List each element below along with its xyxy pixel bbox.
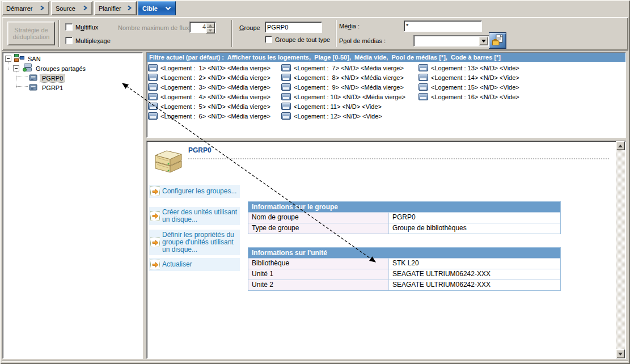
tree-node-san[interactable]: SAN — [5, 54, 43, 63]
tape-drive-icon — [29, 83, 38, 92]
application-window: Démarrer Source Planifier Cible Stratégi… — [0, 0, 630, 364]
details-panel: PGRP0 Configurer les groupes... Créer de… — [146, 141, 626, 359]
slot-item[interactable]: <Logement : 5> <N/D> <Média vierge> — [148, 102, 270, 111]
table-row: Nom de groupe PGRP0 — [248, 212, 560, 223]
tape-cartridge-icon — [418, 64, 428, 71]
view-media-button[interactable] — [489, 32, 506, 49]
link-label: Créer des unités utilisant un disque... — [162, 209, 239, 223]
tape-cartridge-icon — [281, 64, 291, 71]
slots-panel: Filtre actuel (par défaut) : Afficher to… — [146, 52, 626, 138]
tab-demarrer[interactable]: Démarrer — [2, 1, 49, 15]
tape-cartridge-icon — [148, 74, 158, 81]
tab-label: Cible — [142, 5, 158, 12]
slot-item[interactable]: <Logement : 13> <N/D> <Vide> — [418, 64, 519, 72]
tab-source[interactable]: Source — [51, 1, 92, 15]
media-document-icon — [492, 34, 504, 48]
groupe-tout-type-label: Groupe de tout type — [275, 36, 330, 43]
media-input[interactable] — [404, 20, 482, 32]
slot-label: <Logement : 7> <N/D> <Média vierge> — [294, 65, 404, 71]
tape-cartridge-icon — [148, 64, 158, 71]
tab-label: Source — [56, 5, 75, 12]
combo-dropdown-button[interactable] — [479, 36, 488, 45]
collapse-expander-icon[interactable] — [13, 65, 19, 71]
slot-label: <Logement : 5> <N/D> <Média vierge> — [160, 103, 270, 110]
slot-item[interactable]: <Logement : 9> <N/D> <Média vierge> — [281, 83, 404, 91]
groupe-input[interactable] — [265, 22, 322, 33]
slot-label: <Logement : 4> <N/D> <Média vierge> — [160, 94, 270, 100]
slot-item[interactable]: <Logement : 3> <N/D> <Média vierge> — [148, 83, 270, 91]
slot-item[interactable]: <Logement : 12> <N/D> <Vide> — [281, 112, 382, 120]
details-scrollbar[interactable] — [616, 141, 625, 358]
link-creer-unites[interactable]: Créer des unités utilisant un disque... — [149, 207, 240, 225]
slot-item[interactable]: <Logement : 10> <N/D> <Média vierge> — [281, 92, 405, 101]
link-definir-proprietes[interactable]: Définir les propriétés du groupe d'unité… — [149, 230, 240, 255]
tree-node-pgrp0[interactable]: PGRP0 — [29, 74, 65, 82]
row-value: SEAGATE ULTRIUM06242-XXX — [389, 280, 560, 290]
tape-cartridge-icon — [281, 83, 291, 91]
scroll-down-button[interactable] — [616, 349, 625, 358]
tree-node-groupes-partages[interactable]: Groupes partagés — [13, 64, 87, 73]
multiflux-checkbox[interactable] — [65, 23, 73, 31]
spinner-down-button[interactable] — [206, 28, 215, 33]
slot-item[interactable]: <Logement : 8> <N/D> <Média vierge> — [281, 73, 404, 82]
groupe-tout-type-checkbox[interactable] — [265, 36, 272, 43]
slot-label: <Logement : 6> <N/D> <Média vierge> — [160, 113, 270, 120]
link-label: Configurer les groupes... — [162, 188, 236, 195]
toolbar-separator — [58, 20, 60, 47]
max-flux-label: Nombre maximum de flux — [118, 24, 189, 31]
pool-medias-label: Pool de médias : — [339, 37, 386, 44]
slot-item[interactable]: <Logement : 6> <N/D> <Média vierge> — [148, 112, 270, 120]
shared-groups-icon — [22, 64, 32, 73]
slot-item[interactable]: <Logement : 11> <N/D> <Vide> — [281, 102, 382, 111]
multiplexage-checkbox[interactable] — [65, 37, 73, 44]
slot-item[interactable]: <Logement : 16> <N/D> <Vide> — [418, 92, 519, 101]
slot-label: <Logement : 11> <N/D> <Vide> — [294, 103, 382, 110]
dedup-strategy-button[interactable]: Stratégie de déduplication — [7, 22, 55, 45]
tree-node-label: PGRP0 — [40, 74, 65, 82]
scroll-up-button[interactable] — [616, 141, 625, 150]
filter-bar: Filtre actuel (par défaut) : Afficher to… — [147, 53, 625, 62]
slot-label: <Logement : 8> <N/D> <Média vierge> — [294, 74, 404, 81]
slot-label: <Logement : 1> <N/D> <Média vierge> — [160, 65, 270, 71]
link-configurer-groupes[interactable]: Configurer les groupes... — [149, 185, 240, 198]
slot-item[interactable]: <Logement : 7> <N/D> <Média vierge> — [281, 64, 404, 72]
tab-cible[interactable]: Cible — [138, 1, 176, 15]
tab-planifier[interactable]: Planifier — [94, 1, 137, 15]
device-group-icon — [153, 149, 184, 177]
slot-item[interactable]: <Logement : 2> <N/D> <Média vierge> — [148, 73, 270, 82]
slot-label: <Logement : 16> <N/D> <Vide> — [431, 94, 519, 100]
bottom-edge-highlight — [2, 361, 628, 362]
tape-cartridge-icon — [281, 103, 291, 110]
slot-item[interactable]: <Logement : 1> <N/D> <Média vierge> — [148, 64, 270, 72]
slot-item[interactable]: <Logement : 4> <N/D> <Média vierge> — [148, 92, 270, 101]
link-actualiser[interactable]: Actualiser — [149, 258, 240, 271]
row-value: STK L20 — [389, 258, 560, 269]
group-info-table: Informations sur le groupe Nom de groupe… — [248, 201, 561, 234]
chevron-down-icon — [165, 5, 171, 12]
toolbar: Stratégie de déduplication Multiflux Mul… — [2, 17, 628, 50]
slot-item[interactable]: <Logement : 15> <N/D> <Vide> — [418, 83, 519, 91]
table-header: Informations sur l'unité — [248, 248, 560, 258]
tree-node-pgrp1[interactable]: PGRP1 — [29, 83, 65, 92]
collapse-expander-icon[interactable] — [5, 56, 11, 62]
unit-info-table: Informations sur l'unité Bibliothèque ST… — [248, 247, 561, 291]
device-tree-panel: SAN Groupes partagés PGRP0 — [2, 52, 143, 359]
groupe-label: Groupe — [239, 24, 260, 31]
tape-cartridge-icon — [148, 83, 158, 91]
tree-node-label: PGRP1 — [40, 84, 65, 92]
pool-medias-combobox[interactable] — [413, 35, 489, 46]
slot-label: <Logement : 10> <N/D> <Média vierge> — [294, 94, 405, 100]
tape-cartridge-icon — [281, 93, 291, 100]
chevron-right-icon — [40, 5, 45, 12]
chevron-right-icon — [83, 5, 88, 12]
max-flux-spinner[interactable]: 4 — [189, 22, 216, 33]
slot-item[interactable]: <Logement : 14> <N/D> <Vide> — [418, 73, 519, 82]
scroll-down-icon — [618, 353, 623, 355]
details-title: PGRP0 — [188, 146, 212, 154]
tape-cartridge-icon — [281, 112, 291, 120]
slot-label: <Logement : 9> <N/D> <Média vierge> — [294, 84, 404, 91]
row-label: Nom de groupe — [248, 212, 389, 223]
link-label: Actualiser — [162, 261, 192, 268]
slot-label: <Logement : 13> <N/D> <Vide> — [431, 65, 519, 71]
tab-bar: Démarrer Source Planifier Cible — [0, 0, 630, 16]
